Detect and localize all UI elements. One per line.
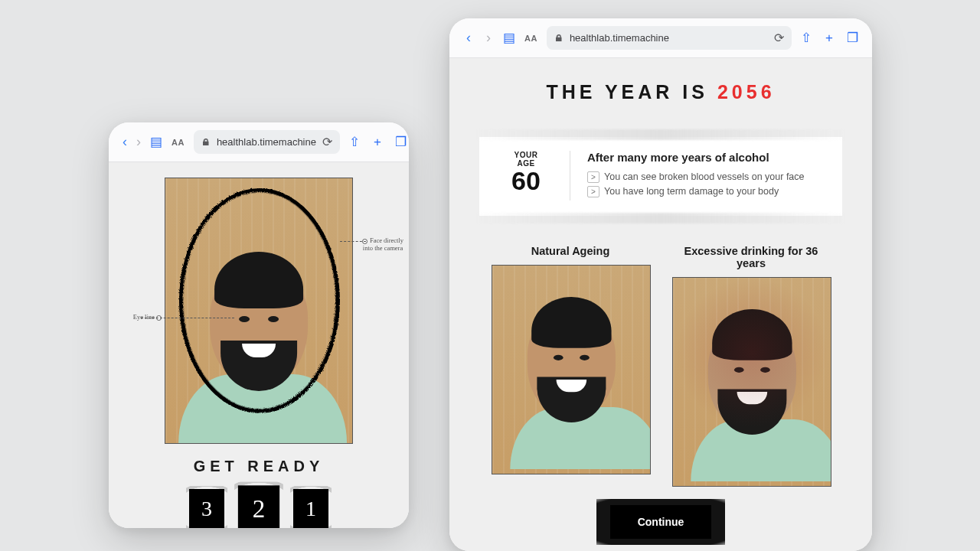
card-bullet-list: You can see broken blood vessels on your… <box>587 171 805 197</box>
refresh-icon[interactable]: ⟳ <box>774 31 784 45</box>
browser-toolbar: ‹ › ▤ AA 🔒︎ healthlab.timemachine ⟳ ⇧ + … <box>109 122 409 162</box>
url-text: healthlab.timemachine <box>570 32 669 44</box>
lock-icon: 🔒︎ <box>554 33 564 44</box>
card-bullet: You can see broken blood vessels on your… <box>587 171 805 183</box>
age-value: 60 <box>496 166 556 196</box>
textsize-icon[interactable]: AA <box>172 138 185 147</box>
compare-label-excessive: Excessive drinking for 36 years <box>672 245 830 269</box>
newtab-icon[interactable]: + <box>825 31 833 46</box>
count-3: 3 <box>189 489 224 528</box>
browser-toolbar: ‹ › ▤ AA 🔒︎ healthlab.timemachine ⟳ ⇧ + … <box>449 18 872 58</box>
textsize-icon[interactable]: AA <box>524 34 537 43</box>
count-1: 1 <box>293 489 328 528</box>
back-icon[interactable]: ‹ <box>463 30 474 46</box>
callout-eye-line: Eye line <box>109 313 164 321</box>
tabs-icon[interactable]: ❐ <box>395 134 407 150</box>
portrait-natural <box>492 265 651 474</box>
book-icon[interactable]: ▤ <box>150 134 162 150</box>
tablet-capture: ‹ › ▤ AA 🔒︎ healthlab.timemachine ⟳ ⇧ + … <box>109 122 409 528</box>
newtab-icon[interactable]: + <box>374 135 381 150</box>
tablet-result: ‹ › ▤ AA 🔒︎ healthlab.timemachine ⟳ ⇧ + … <box>449 18 872 551</box>
compare-label-natural: Natural Ageing <box>492 245 649 257</box>
share-icon[interactable]: ⇧ <box>349 134 360 150</box>
card-title: After many more years of alcohol <box>587 151 805 164</box>
camera-viewport: Eye line Face directlyinto the camera <box>165 178 353 444</box>
comparison-row: Natural Ageing Excessive drinking for 36… <box>469 245 852 487</box>
share-icon[interactable]: ⇧ <box>801 30 812 46</box>
countdown: 3 2 1 <box>116 489 401 528</box>
continue-button[interactable]: Continue <box>610 505 712 539</box>
result-screen: THE YEAR IS 2056 YOUR AGE 60 After many … <box>449 58 872 551</box>
age-card: YOUR AGE 60 After many more years of alc… <box>479 137 842 216</box>
count-2: 2 <box>238 485 279 528</box>
url-text: healthlab.timemachine <box>217 136 316 148</box>
card-bullet: You have long term damage to your body <box>587 186 805 197</box>
get-ready-heading: GET READY <box>116 458 401 475</box>
tabs-icon[interactable]: ❐ <box>847 30 858 46</box>
forward-icon[interactable]: › <box>483 30 494 46</box>
back-icon[interactable]: ‹ <box>122 134 127 150</box>
url-bar[interactable]: 🔒︎ healthlab.timemachine ⟳ <box>194 130 340 154</box>
callout-face-camera: Face directlyinto the camera <box>354 236 409 252</box>
lock-icon: 🔒︎ <box>201 137 211 148</box>
portrait-excessive <box>672 277 831 487</box>
face-guide-oval <box>178 187 339 412</box>
age-block: YOUR AGE 60 <box>496 151 570 201</box>
book-icon[interactable]: ▤ <box>503 30 515 46</box>
url-bar[interactable]: 🔒︎ healthlab.timemachine ⟳ <box>547 26 792 50</box>
refresh-icon[interactable]: ⟳ <box>322 135 332 149</box>
forward-icon[interactable]: › <box>136 134 141 150</box>
capture-screen: Eye line Face directlyinto the camera GE… <box>109 162 409 528</box>
headline: THE YEAR IS 2056 <box>469 81 852 103</box>
